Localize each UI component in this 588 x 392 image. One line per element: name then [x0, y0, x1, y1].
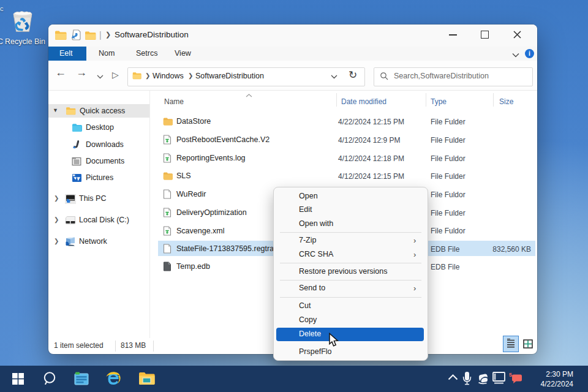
svg-text:5: 5 — [509, 372, 512, 378]
